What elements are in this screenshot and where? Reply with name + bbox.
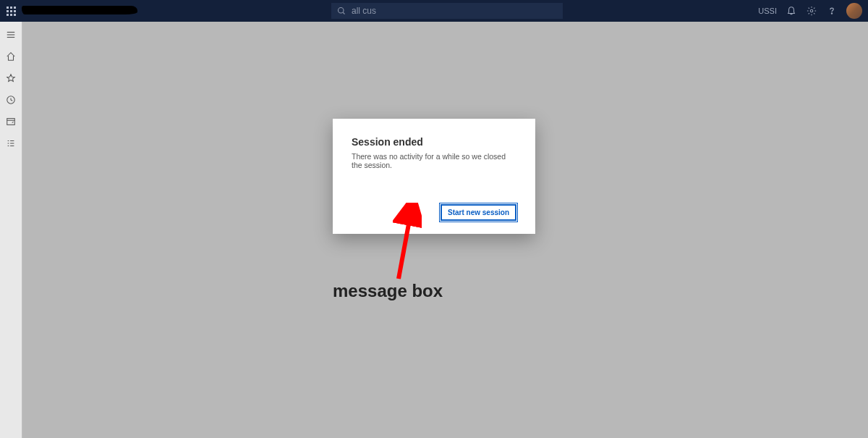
home-icon[interactable] <box>5 51 17 62</box>
left-sidebar <box>0 22 22 438</box>
redacted-logo <box>22 6 137 14</box>
svg-point-2 <box>810 9 813 12</box>
workspace-icon[interactable] <box>5 116 17 127</box>
modules-icon[interactable] <box>5 138 17 149</box>
session-ended-dialog: Session ended There was no activity for … <box>333 119 535 234</box>
dialog-actions: Start new session <box>352 204 516 221</box>
svg-line-1 <box>343 12 344 14</box>
entity-label[interactable]: USSI <box>758 7 777 15</box>
svg-rect-8 <box>7 119 15 125</box>
start-new-session-button[interactable]: Start new session <box>441 204 516 221</box>
user-avatar[interactable] <box>846 3 862 19</box>
app-launcher-button[interactable] <box>0 0 22 22</box>
hamburger-icon[interactable] <box>5 29 17 41</box>
search-value: all cus <box>352 6 376 16</box>
topbar-right-group: USSI <box>758 0 862 22</box>
recent-icon[interactable] <box>5 94 17 106</box>
settings-icon[interactable] <box>806 5 817 17</box>
svg-point-3 <box>831 13 832 14</box>
dialog-message: There was no activity for a while so we … <box>352 152 516 169</box>
help-icon[interactable] <box>826 5 838 17</box>
waffle-icon <box>7 7 16 16</box>
top-navigation-bar: all cus USSI <box>0 0 868 22</box>
svg-point-0 <box>339 8 344 14</box>
star-icon[interactable] <box>5 72 17 84</box>
search-icon <box>337 7 346 15</box>
global-search-input[interactable]: all cus <box>331 3 563 19</box>
notification-icon[interactable] <box>786 5 797 17</box>
dialog-title: Session ended <box>352 136 516 148</box>
